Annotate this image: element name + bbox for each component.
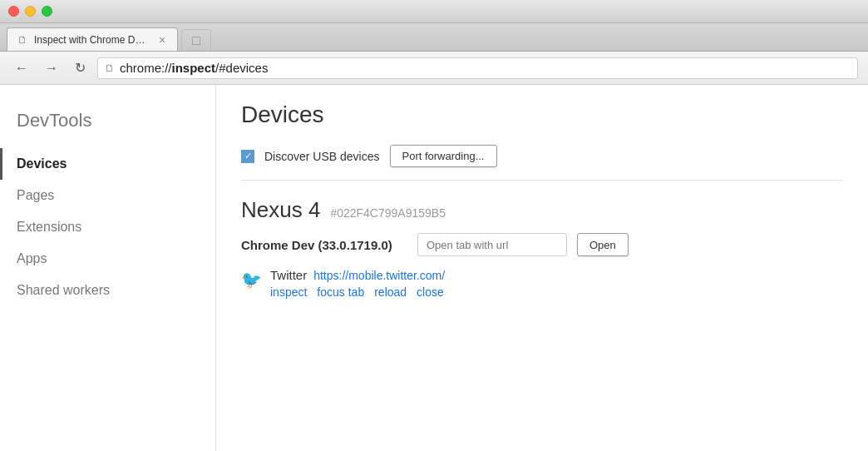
sidebar-item-devices[interactable]: Devices xyxy=(0,148,215,180)
sidebar-item-shared-workers[interactable]: Shared workers xyxy=(0,275,215,306)
tab-close-icon[interactable]: × xyxy=(157,33,167,47)
close-link[interactable]: close xyxy=(417,285,444,299)
tab-entry-title: Twitter xyxy=(270,268,307,282)
nav-bar: ← → ↻ 🗋 chrome://inspect/#devices xyxy=(0,52,868,85)
tab-page-icon: 🗋 xyxy=(17,34,27,46)
close-button[interactable] xyxy=(8,6,19,17)
tab-info: Twitter https://mobile.twitter.com/ insp… xyxy=(270,268,445,299)
twitter-icon: 🐦 xyxy=(241,270,262,290)
main-layout: DevTools Devices Pages Extensions Apps S… xyxy=(0,85,868,451)
sidebar-title: DevTools xyxy=(0,102,215,148)
sidebar-item-extensions[interactable]: Extensions xyxy=(0,211,215,243)
discover-usb-checkbox[interactable]: ✓ xyxy=(241,150,254,163)
device-header: Nexus 4 #022F4C799A9159B5 xyxy=(241,197,843,223)
minimize-button[interactable] xyxy=(25,6,36,17)
chrome-browser-row: Chrome Dev (33.0.1719.0) Open xyxy=(241,233,843,256)
device-id: #022F4C799A9159B5 xyxy=(330,206,446,220)
address-bar[interactable]: 🗋 chrome://inspect/#devices xyxy=(97,57,858,79)
port-forwarding-button[interactable]: Port forwarding... xyxy=(390,145,497,167)
tab-title: Inspect with Chrome Devel xyxy=(34,34,150,46)
browser-tab[interactable]: 🗋 Inspect with Chrome Devel × xyxy=(7,27,178,51)
open-tab-button[interactable]: Open xyxy=(577,233,629,256)
tab-actions: inspect focus tab reload close xyxy=(270,285,445,299)
focus-tab-link[interactable]: focus tab xyxy=(317,285,364,299)
address-page-icon: 🗋 xyxy=(105,62,115,74)
new-tab-button[interactable]: □ xyxy=(181,29,211,51)
refresh-button[interactable]: ↻ xyxy=(70,57,91,79)
maximize-button[interactable] xyxy=(42,6,52,17)
sidebar: DevTools Devices Pages Extensions Apps S… xyxy=(0,85,216,451)
device-name: Nexus 4 xyxy=(241,197,320,223)
open-tab-input[interactable] xyxy=(417,233,567,256)
address-text: chrome://inspect/#devices xyxy=(120,61,268,75)
tab-entry-url[interactable]: https://mobile.twitter.com/ xyxy=(313,269,445,282)
page-title: Devices xyxy=(241,102,843,128)
discover-usb-row: ✓ Discover USB devices Port forwarding..… xyxy=(241,145,843,181)
title-bar xyxy=(0,0,868,23)
sidebar-item-pages[interactable]: Pages xyxy=(0,180,215,211)
inspect-link[interactable]: inspect xyxy=(270,285,307,299)
tab-bar: 🗋 Inspect with Chrome Devel × □ xyxy=(0,23,868,52)
back-button[interactable]: ← xyxy=(10,57,33,79)
content-area: Devices ✓ Discover USB devices Port forw… xyxy=(216,85,868,451)
discover-usb-label: Discover USB devices xyxy=(264,150,380,163)
sidebar-item-apps[interactable]: Apps xyxy=(0,243,215,275)
tab-entry-twitter: 🐦 Twitter https://mobile.twitter.com/ in… xyxy=(241,268,843,299)
traffic-lights xyxy=(8,6,52,17)
reload-link[interactable]: reload xyxy=(374,285,407,299)
forward-button[interactable]: → xyxy=(40,57,63,79)
chrome-browser-label: Chrome Dev (33.0.1719.0) xyxy=(241,238,407,252)
